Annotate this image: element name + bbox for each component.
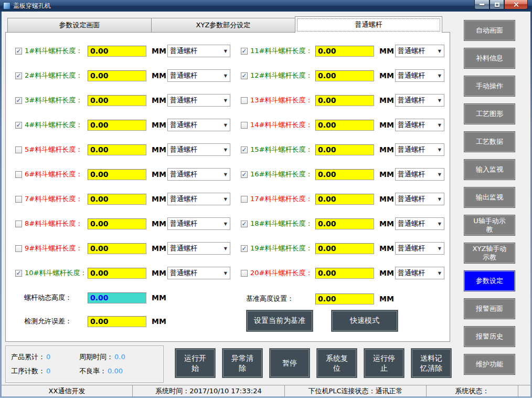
maximize-button[interactable] — [490, 0, 504, 9]
hopper-5-length-input[interactable] — [88, 144, 146, 155]
hopper-row: ✓1#料斗螺杆长度：MM普通螺杆▼ — [15, 44, 230, 58]
feed-memory-clear-button[interactable]: 送料记 忆清除 — [411, 348, 452, 378]
base-height-input[interactable] — [315, 294, 374, 305]
hopper-6-enable-checkbox[interactable] — [15, 171, 22, 178]
hopper-13-screw-type-select[interactable]: 普通螺杆▼ — [395, 94, 444, 107]
sidebar-item-auto-screen[interactable]: 自动画面 — [464, 20, 515, 41]
sidebar-item-maintenance[interactable]: 维护功能 — [464, 354, 515, 375]
set-current-as-base-button[interactable]: 设置当前为基准 — [246, 310, 313, 332]
hopper-13-enable-checkbox[interactable] — [241, 97, 248, 104]
hopper-9-screw-type-select[interactable]: 普通螺杆▼ — [167, 242, 230, 255]
sidebar-item-parameter-setting[interactable]: 参数设定 — [464, 270, 515, 291]
hopper-18-enable-checkbox[interactable]: ✓ — [241, 221, 248, 227]
screw-type-value: 普通螺杆 — [168, 145, 223, 154]
fast-mode-button[interactable]: 快速模式 — [331, 310, 398, 332]
hopper-1-length-input[interactable] — [88, 46, 146, 57]
hopper-4-enable-checkbox[interactable]: ✓ — [15, 122, 22, 129]
hopper-3-screw-type-select[interactable]: 普通螺杆▼ — [167, 94, 230, 107]
dynamic-height-input[interactable] — [88, 292, 146, 303]
hopper-10-screw-type-select[interactable]: 普通螺杆▼ — [167, 267, 230, 279]
hopper-16-screw-type-select[interactable]: 普通螺杆▼ — [395, 168, 444, 181]
hopper-3-enable-checkbox[interactable]: ✓ — [15, 97, 22, 104]
chevron-down-icon: ▼ — [437, 172, 444, 177]
hopper-12-length-input[interactable] — [315, 70, 374, 81]
hopper-5-enable-checkbox[interactable] — [15, 146, 22, 153]
hopper-2-enable-checkbox[interactable]: ✓ — [15, 72, 22, 79]
tab-parameter-setting-screen[interactable]: 参数设定画面 — [7, 18, 151, 33]
tab-normal-screw[interactable]: 普通螺杆 — [295, 16, 442, 33]
error-clear-button[interactable]: 异常清 除 — [222, 348, 263, 378]
hopper-10-length-input[interactable] — [88, 268, 146, 279]
hopper-1-screw-type-select[interactable]: 普通螺杆▼ — [167, 45, 230, 57]
system-reset-button[interactable]: 系统复 位 — [316, 348, 357, 378]
hopper-19-length-input[interactable] — [315, 243, 374, 254]
hopper-16-enable-checkbox[interactable]: ✓ — [241, 171, 248, 178]
close-button[interactable] — [504, 0, 528, 9]
hopper-16-length-input[interactable] — [315, 169, 374, 180]
hopper-6-length-input[interactable] — [88, 169, 146, 180]
hopper-14-screw-type-select[interactable]: 普通螺杆▼ — [395, 119, 444, 131]
hopper-9-enable-checkbox[interactable] — [15, 245, 22, 252]
hopper-11-enable-checkbox[interactable]: ✓ — [241, 48, 248, 55]
hopper-12-screw-type-select[interactable]: 普通螺杆▼ — [395, 69, 444, 82]
run-start-button[interactable]: 运行开 始 — [175, 348, 216, 378]
hopper-2-length-input[interactable] — [88, 70, 146, 81]
tab-xyz-parameter-setting[interactable]: XYZ参数部分设定 — [151, 18, 295, 33]
hopper-row: 20#料斗螺杆长度：MM普通螺杆▼ — [241, 266, 444, 280]
hopper-17-enable-checkbox[interactable] — [241, 196, 248, 203]
hopper-18-screw-type-select[interactable]: 普通螺杆▼ — [395, 217, 444, 230]
hopper-20-screw-type-select[interactable]: 普通螺杆▼ — [395, 267, 444, 279]
hopper-7-screw-type-select[interactable]: 普通螺杆▼ — [167, 193, 230, 205]
sidebar-item-alarm-history[interactable]: 报警历史 — [464, 326, 515, 347]
hopper-10-enable-checkbox[interactable]: ✓ — [15, 270, 22, 277]
minimize-button[interactable] — [474, 0, 490, 9]
hopper-3-length-input[interactable] — [88, 95, 146, 106]
hopper-5-screw-type-select[interactable]: 普通螺杆▼ — [167, 143, 230, 156]
hopper-9-length-input[interactable] — [88, 243, 146, 254]
titlebar[interactable]: 盖板穿螺孔机 — [0, 0, 532, 12]
hopper-19-enable-checkbox[interactable]: ✓ — [241, 245, 248, 252]
hopper-4-screw-type-select[interactable]: 普通螺杆▼ — [167, 119, 230, 131]
hopper-14-enable-checkbox[interactable] — [241, 122, 248, 129]
hopper-7-enable-checkbox[interactable] — [15, 196, 22, 203]
hopper-8-length-input[interactable] — [88, 218, 146, 229]
hopper-8-screw-type-select[interactable]: 普通螺杆▼ — [167, 217, 230, 230]
pause-button[interactable]: 暂停 — [269, 348, 310, 378]
sidebar-item-process-data[interactable]: 工艺数据 — [464, 131, 515, 152]
unit-label: MM — [152, 244, 165, 253]
hopper-4-length-input[interactable] — [88, 120, 146, 131]
hopper-6-screw-type-select[interactable]: 普通螺杆▼ — [167, 168, 230, 181]
stat-defect-rate-value: 0.00 — [108, 367, 123, 375]
hopper-11-screw-type-select[interactable]: 普通螺杆▼ — [395, 45, 444, 57]
hopper-20-enable-checkbox[interactable] — [241, 270, 248, 277]
hopper-15-length-input[interactable] — [315, 144, 374, 155]
sidebar-item-u-axis-teach[interactable]: U轴手动示 教 — [464, 215, 515, 236]
hopper-19-screw-type-select[interactable]: 普通螺杆▼ — [395, 242, 444, 255]
hopper-20-length-input[interactable] — [315, 268, 374, 279]
hopper-2-screw-type-select[interactable]: 普通螺杆▼ — [167, 69, 230, 82]
sidebar-item-output-monitor[interactable]: 输出监视 — [464, 187, 515, 208]
sidebar-item-refill-info[interactable]: 补料信息 — [464, 48, 515, 69]
hopper-1-enable-checkbox[interactable]: ✓ — [15, 48, 22, 55]
hopper-15-screw-type-select[interactable]: 普通螺杆▼ — [395, 143, 444, 156]
hopper-17-screw-type-select[interactable]: 普通螺杆▼ — [395, 193, 444, 205]
hopper-15-enable-checkbox[interactable]: ✓ — [241, 146, 248, 153]
sidebar-item-input-monitor[interactable]: 输入监视 — [464, 159, 515, 180]
hopper-17-length-input[interactable] — [315, 194, 374, 205]
hopper-12-enable-checkbox[interactable]: ✓ — [241, 72, 248, 79]
hopper-19-label: 19#料斗螺杆长度： — [250, 244, 315, 253]
hopper-18-length-input[interactable] — [315, 218, 374, 229]
sidebar-item-process-graphic[interactable]: 工艺图形 — [464, 103, 515, 124]
hopper-13-length-input[interactable] — [315, 95, 374, 106]
hopper-8-enable-checkbox[interactable] — [15, 221, 22, 227]
hopper-14-length-input[interactable] — [315, 120, 374, 131]
sidebar-item-xyz-axis-teach[interactable]: XYZ轴手动 示教 — [464, 243, 515, 264]
stat-cycle-time-value: 0.0 — [114, 353, 125, 361]
sidebar-item-manual-operation[interactable]: 手动操作 — [464, 76, 515, 97]
run-stop-button[interactable]: 运行停 止 — [364, 348, 405, 378]
tolerance-input[interactable] — [88, 316, 146, 327]
hopper-7-length-input[interactable] — [88, 194, 146, 205]
hopper-11-length-input[interactable] — [315, 46, 374, 57]
hopper-13-label: 13#料斗螺杆长度： — [250, 96, 315, 105]
sidebar-item-alarm-screen[interactable]: 报警画面 — [464, 298, 515, 319]
